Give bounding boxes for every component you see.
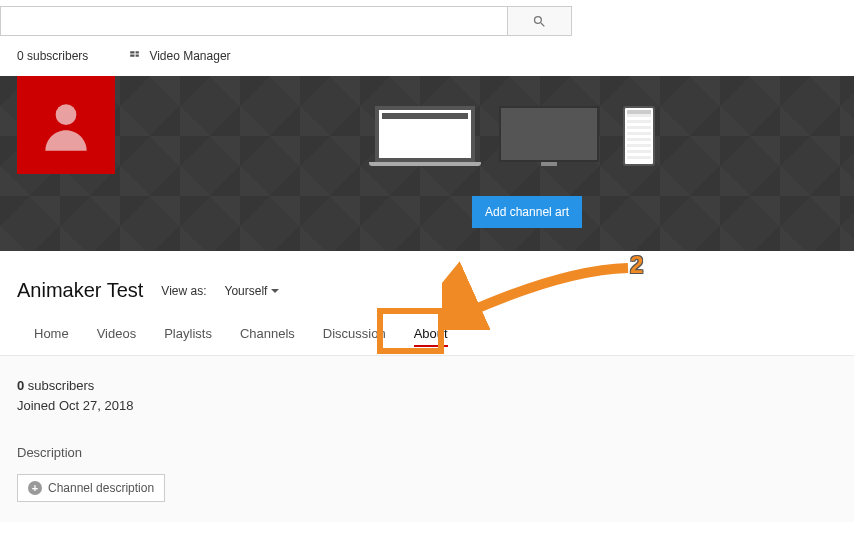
tab-about[interactable]: About — [414, 326, 448, 355]
search-bar — [0, 6, 572, 36]
annotation-step-number: 2 — [630, 251, 643, 279]
tab-channels[interactable]: Channels — [240, 326, 295, 355]
subscriber-count-top: 0 subscribers — [17, 49, 88, 63]
video-manager-icon — [128, 48, 141, 64]
about-joined-date: Joined Oct 27, 2018 — [17, 396, 837, 416]
channel-description-button[interactable]: + Channel description — [17, 474, 165, 502]
search-input[interactable] — [1, 7, 507, 35]
chevron-down-icon — [271, 289, 279, 293]
device-preview — [375, 106, 655, 166]
video-manager-label: Video Manager — [149, 49, 230, 63]
person-icon — [35, 94, 97, 156]
channel-header: Animaker Test View as: Yourself Home Vid… — [0, 251, 854, 355]
tab-playlists[interactable]: Playlists — [164, 326, 212, 355]
channel-tabs: Home Videos Playlists Channels Discussio… — [17, 302, 837, 355]
channel-banner: Add channel art — [0, 76, 854, 251]
channel-avatar[interactable] — [17, 76, 115, 174]
tab-home[interactable]: Home — [34, 326, 69, 355]
phone-icon — [623, 106, 655, 166]
tv-icon — [499, 106, 599, 166]
tab-discussion[interactable]: Discussion — [323, 326, 386, 355]
about-content: 0 subscribers Joined Oct 27, 2018 Descri… — [0, 355, 854, 522]
add-channel-art-button[interactable]: Add channel art — [472, 196, 582, 228]
laptop-icon — [375, 106, 475, 166]
view-as-label: View as: — [161, 284, 206, 298]
svg-point-0 — [56, 104, 77, 125]
view-as-value: Yourself — [225, 284, 268, 298]
channel-top-bar: 0 subscribers Video Manager — [0, 36, 854, 76]
tab-videos[interactable]: Videos — [97, 326, 137, 355]
channel-description-label: Channel description — [48, 481, 154, 495]
view-as-dropdown[interactable]: Yourself — [225, 284, 280, 298]
search-icon — [532, 14, 547, 29]
search-button[interactable] — [507, 7, 571, 35]
about-subscribers: 0 subscribers — [17, 376, 837, 396]
video-manager-link[interactable]: Video Manager — [128, 48, 230, 64]
channel-name: Animaker Test — [17, 279, 143, 302]
plus-icon: + — [28, 481, 42, 495]
description-heading: Description — [17, 445, 837, 460]
